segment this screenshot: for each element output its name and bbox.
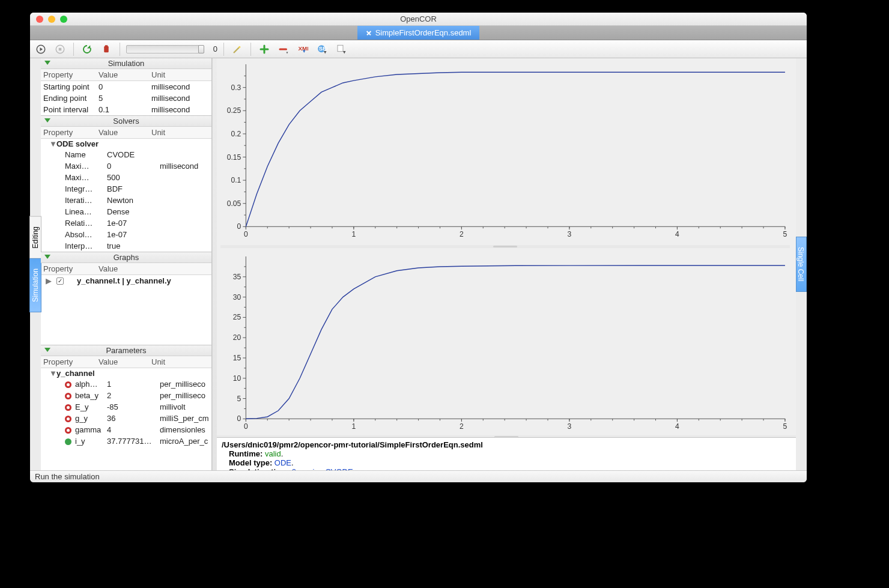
toolbar: 0 XML SED xyxy=(30,40,807,58)
parameter-row[interactable]: alph… 1per_milliseco xyxy=(41,378,211,390)
chart-splitter[interactable] xyxy=(220,245,790,248)
log-splitter[interactable] xyxy=(217,435,796,437)
svg-text:SED: SED xyxy=(319,44,327,51)
tab-simulation[interactable]: Simulation xyxy=(29,258,41,312)
parameter-row[interactable]: i_y 37.7777316…microA_per_c xyxy=(41,435,211,446)
collapse-icon[interactable] xyxy=(44,61,50,65)
svg-text:5: 5 xyxy=(783,230,787,238)
chevron-right-icon[interactable]: ▶ xyxy=(46,276,52,285)
property-row[interactable]: Starting point0millisecond xyxy=(41,81,211,92)
svg-text:4: 4 xyxy=(675,422,679,431)
clear-results-button[interactable] xyxy=(99,42,114,56)
solver-group[interactable]: ▼ODE solver xyxy=(41,139,211,149)
cellml-export-button[interactable]: XML xyxy=(296,42,310,56)
property-sidebar: Simulation PropertyValueUnit Starting po… xyxy=(41,58,212,470)
collapse-icon[interactable] xyxy=(44,118,50,123)
param-type-icon xyxy=(65,381,71,388)
svg-text:0.3: 0.3 xyxy=(231,83,241,92)
solvers-panel-header[interactable]: Solvers xyxy=(41,116,211,127)
property-row[interactable]: Interp…true xyxy=(41,240,211,252)
close-window-button[interactable] xyxy=(36,16,43,23)
graph-item[interactable]: ▶ ✓ y_channel.t | y_channel.y xyxy=(41,275,211,286)
property-row[interactable]: Iterati…Newton xyxy=(41,195,211,206)
right-dock-strip: Single Cell xyxy=(796,58,807,470)
svg-text:0.15: 0.15 xyxy=(227,153,241,162)
svg-text:35: 35 xyxy=(233,272,241,280)
zoom-window-button[interactable] xyxy=(60,16,67,23)
document-tab-label: SimpleFirstOrderEqn.sedml xyxy=(375,28,472,37)
graph-item-label: y_channel.t | y_channel.y xyxy=(77,276,171,285)
parameter-row[interactable]: g_y 36milliS_per_cm xyxy=(41,413,211,424)
graphs-panel-header[interactable]: Graphs xyxy=(41,252,211,263)
param-type-icon xyxy=(65,427,71,434)
svg-text:0: 0 xyxy=(237,414,241,423)
parameter-row[interactable]: gamma 4dimensionles xyxy=(41,424,211,435)
svg-text:0.1: 0.1 xyxy=(231,176,241,184)
delay-slider[interactable]: 0 xyxy=(126,44,217,53)
svg-rect-14 xyxy=(338,45,343,52)
svg-marker-1 xyxy=(40,47,43,51)
svg-rect-3 xyxy=(59,47,62,50)
svg-marker-13 xyxy=(324,51,327,54)
titlebar[interactable]: OpenCOR xyxy=(30,13,807,26)
data-export-button[interactable] xyxy=(334,42,348,56)
param-type-icon xyxy=(65,393,71,399)
solvers-panel: Solvers PropertyValueUnit ▼ODE solver Na… xyxy=(41,116,211,252)
svg-text:1: 1 xyxy=(352,422,356,431)
status-bar: Run the simulation xyxy=(30,470,807,482)
svg-text:0.05: 0.05 xyxy=(227,199,241,208)
log-console[interactable]: /Users/dnic019/pmr2/opencor-pmr-tutorial… xyxy=(217,437,796,470)
wand-button[interactable] xyxy=(230,42,244,56)
parameters-panel: Parameters PropertyValueUnit ▼y_channel … xyxy=(41,345,211,446)
svg-marker-10 xyxy=(303,50,306,53)
svg-marker-8 xyxy=(287,52,288,53)
svg-text:10: 10 xyxy=(233,374,241,382)
svg-rect-5 xyxy=(104,46,109,52)
svg-text:0.25: 0.25 xyxy=(227,106,241,115)
parameter-group[interactable]: ▼y_channel xyxy=(41,368,211,378)
minimize-window-button[interactable] xyxy=(48,16,55,23)
chevron-down-icon[interactable]: ▼ xyxy=(49,369,55,378)
parameter-row[interactable]: beta_y 2per_milliseco xyxy=(41,390,211,401)
file-path: /Users/dnic019/pmr2/opencor-pmr-tutorial… xyxy=(222,440,791,449)
graph-checkbox[interactable]: ✓ xyxy=(56,277,64,285)
plot-area: 00.050.10.150.20.250.3012345 05101520253… xyxy=(217,58,796,470)
run-button[interactable] xyxy=(34,42,48,56)
svg-text:15: 15 xyxy=(233,354,241,362)
add-button[interactable] xyxy=(257,42,272,56)
tab-editing[interactable]: Editing xyxy=(29,216,41,259)
vertical-splitter[interactable] xyxy=(212,58,217,470)
property-row[interactable]: Maxi…0millisecond xyxy=(41,160,211,172)
sedml-export-button[interactable]: SED xyxy=(315,42,329,56)
svg-marker-4 xyxy=(87,45,90,48)
app-window: OpenCOR SimpleFirstOrderEqn.sedml 0 xyxy=(30,13,807,482)
stop-button[interactable] xyxy=(53,42,67,56)
document-tab[interactable]: SimpleFirstOrderEqn.sedml xyxy=(357,26,480,40)
remove-button[interactable] xyxy=(276,42,291,56)
simulation-panel-header[interactable]: Simulation xyxy=(41,58,211,69)
reload-button[interactable] xyxy=(80,42,94,56)
parameters-panel-header[interactable]: Parameters xyxy=(41,345,211,356)
property-row[interactable]: Absol…1e-07 xyxy=(41,229,211,240)
property-row[interactable]: Integr…BDF xyxy=(41,183,211,195)
collapse-icon[interactable] xyxy=(44,255,50,259)
property-row[interactable]: NameCVODE xyxy=(41,149,211,160)
svg-text:4: 4 xyxy=(675,230,679,238)
chart-bottom[interactable]: 05101520253035012345 xyxy=(220,253,790,432)
property-row[interactable]: Relati…1e-07 xyxy=(41,217,211,229)
param-type-icon xyxy=(65,416,71,422)
property-row[interactable]: Linea…Dense xyxy=(41,206,211,217)
property-row[interactable]: Point interval0.1millisecond xyxy=(41,104,211,115)
window-title: OpenCOR xyxy=(30,14,807,23)
parameter-row[interactable]: E_y -85millivolt xyxy=(41,401,211,413)
svg-text:0: 0 xyxy=(237,222,241,231)
property-row[interactable]: Ending point5millisecond xyxy=(41,92,211,104)
property-row[interactable]: Maxi…500 xyxy=(41,172,211,183)
collapse-icon[interactable] xyxy=(44,348,50,352)
param-type-icon xyxy=(65,404,71,411)
chevron-down-icon[interactable]: ▼ xyxy=(49,139,55,148)
delay-value: 0 xyxy=(208,44,217,53)
chart-top[interactable]: 00.050.10.150.20.250.3012345 xyxy=(220,61,790,240)
close-tab-icon[interactable] xyxy=(366,30,372,36)
tab-single-cell[interactable]: Single Cell xyxy=(796,237,807,291)
